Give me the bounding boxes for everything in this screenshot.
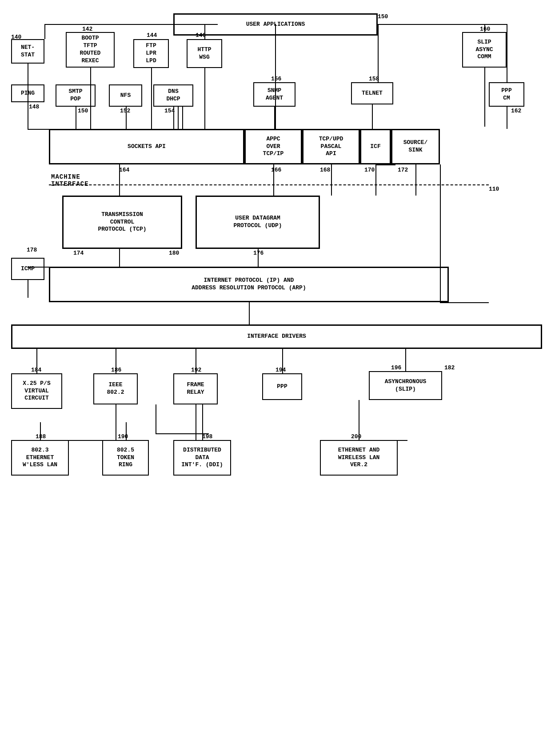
nfs-label: NFS xyxy=(120,92,131,100)
ref-164: 164 xyxy=(119,167,129,173)
nfs-box: NFS xyxy=(109,84,142,107)
udp-label: USER DATAGRAMPROTOCOL (UDP) xyxy=(233,215,282,230)
ref-168: 168 xyxy=(320,167,330,173)
ieee802-label: IEEE802.2 xyxy=(107,381,124,396)
ref-198: 198 xyxy=(202,433,212,440)
ftp-label: FTPLPRLPD xyxy=(146,42,156,65)
sockets-api-label: SOCKETS API xyxy=(128,143,166,151)
ref-152: 152 xyxy=(120,108,130,114)
ftp-box: FTPLPRLPD xyxy=(133,39,169,68)
snmp-label: SNMPAGENT xyxy=(266,87,283,102)
ref-196: 196 xyxy=(391,364,401,371)
udp-box: USER DATAGRAMPROTOCOL (UDP) xyxy=(196,196,320,249)
eth-802-3-label: 802.3ETHERNETW'LESS LAN xyxy=(23,447,57,469)
http-box: HTTPWSG xyxy=(187,39,222,68)
x25-box: X.25 P/SVIRTUALCIRCUIT xyxy=(11,373,62,409)
ref-140: 140 xyxy=(11,34,21,40)
ieee802-box: IEEE802.2 xyxy=(93,373,138,404)
interface-drivers-box: INTERFACE DRIVERS xyxy=(11,324,542,349)
icf-box: ICF xyxy=(360,129,391,164)
telnet-label: TELNET xyxy=(362,90,383,97)
x25-label: X.25 P/SVIRTUALCIRCUIT xyxy=(23,380,50,403)
ref-170: 170 xyxy=(364,167,375,173)
machine-interface-line xyxy=(49,184,489,185)
ref-172: 172 xyxy=(398,167,408,173)
token-ring-box: 802.5TOKENRING xyxy=(102,440,149,476)
dns-label: DNSDHCP xyxy=(166,88,180,103)
appc-label: APPCOVERTCP/IP xyxy=(263,136,284,158)
telnet-box: TELNET xyxy=(351,82,393,104)
snmp-box: SNMPAGENT xyxy=(253,82,295,107)
async-slip-label: ASYNCHRONOUS(SLIP) xyxy=(385,378,427,393)
icf-label: ICF xyxy=(370,143,380,151)
eth-wireless-box: ETHERNET ANDWIRELESS LANVER.2 xyxy=(320,440,398,476)
tcp-pascal-label: TCP/UPDPASCALAPI xyxy=(319,136,343,158)
ref-182: 182 xyxy=(444,364,455,371)
ppp-label: PPP xyxy=(277,383,287,391)
eth-802-3-box: 802.3ETHERNETW'LESS LAN xyxy=(11,440,69,476)
ddi-label: DISTRIBUTEDDATAINT'F. (DDI) xyxy=(181,447,223,469)
ref-194: 194 xyxy=(276,367,286,373)
icmp-box: ICMP xyxy=(11,258,44,280)
ref-162: 162 xyxy=(511,108,521,114)
tcp-box: TRANSMISSIONCONTROLPROTOCOL (TCP) xyxy=(62,196,182,249)
ref-200: 200 xyxy=(351,433,361,440)
tcp-pascal-box: TCP/UPDPASCALAPI xyxy=(302,129,360,164)
appc-box: APPCOVERTCP/IP xyxy=(244,129,302,164)
eth-wireless-label: ETHERNET ANDWIRELESS LANVER.2 xyxy=(338,447,380,469)
smtp-label: SMTPPOP xyxy=(68,88,82,103)
frame-relay-label: FRAMERELAY xyxy=(187,381,204,396)
ref-156: 156 xyxy=(271,76,281,82)
ref-150: 150 xyxy=(378,13,388,20)
sockets-api-box: SOCKETS API xyxy=(49,129,244,164)
network-diagram: USER APPLICATIONS 150 NET-STAT 140 BOOTP… xyxy=(0,0,551,756)
interface-drivers-label: INTERFACE DRIVERS xyxy=(247,333,306,340)
ddi-box: DISTRIBUTEDDATAINT'F. (DDI) xyxy=(173,440,231,476)
ref-150b: 150 xyxy=(78,108,88,114)
net-stat-label: NET-STAT xyxy=(21,44,35,59)
ip-arp-label: INTERNET PROTOCOL (IP) ANDADDRESS RESOLU… xyxy=(192,277,306,292)
source-sink-label: SOURCE/SINK xyxy=(403,139,428,154)
dns-box: DNSDHCP xyxy=(153,84,193,107)
async-slip-box: ASYNCHRONOUS(SLIP) xyxy=(369,371,442,400)
ref-148: 148 xyxy=(29,104,39,110)
ref-110: 110 xyxy=(489,186,499,192)
ref-178: 178 xyxy=(27,247,37,253)
ref-174: 174 xyxy=(73,250,84,256)
ppp-box: PPP xyxy=(262,373,302,400)
slip-box: SLIPASYNCCOMM xyxy=(462,32,507,68)
tcp-label: TRANSMISSIONCONTROLPROTOCOL (TCP) xyxy=(98,211,146,234)
source-sink-box: SOURCE/SINK xyxy=(391,129,440,164)
frame-relay-box: FRAMERELAY xyxy=(173,373,218,404)
token-ring-label: 802.5TOKENRING xyxy=(117,447,134,469)
http-label: HTTPWSG xyxy=(197,46,211,61)
smtp-box: SMTPPOP xyxy=(56,84,96,107)
ref-142: 142 xyxy=(82,26,92,32)
ppp-cm-box: PPPCM xyxy=(489,82,524,107)
slip-label: SLIPASYNCCOMM xyxy=(475,39,493,61)
ppp-cm-label: PPPCM xyxy=(501,87,511,102)
ref-180: 180 xyxy=(169,250,179,256)
machine-interface-label: MACHINEINTERFACE xyxy=(51,173,89,188)
bootp-label: BOOTPTFTPROUTEDREXEC xyxy=(80,35,101,65)
net-stat-box: NET-STAT xyxy=(11,39,44,64)
ref-166: 166 xyxy=(271,167,281,173)
ip-arp-box: INTERNET PROTOCOL (IP) ANDADDRESS RESOLU… xyxy=(49,267,449,302)
bootp-box: BOOTPTFTPROUTEDREXEC xyxy=(66,32,115,68)
ref-144: 144 xyxy=(147,32,157,39)
